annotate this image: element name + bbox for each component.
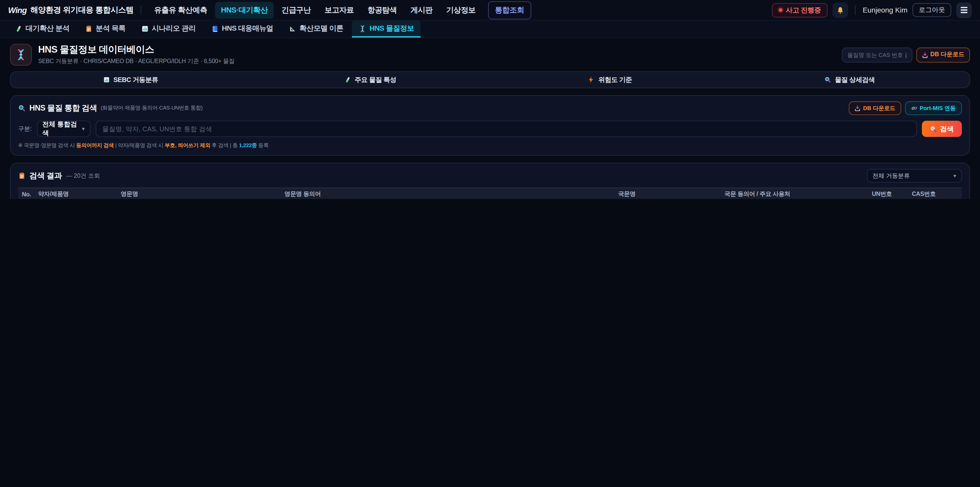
- page-header-actions: DB 다운로드: [842, 47, 970, 62]
- column-header-no: No.: [18, 188, 35, 199]
- download-icon: [854, 105, 861, 111]
- feature-label: 위험도 기준: [598, 75, 632, 84]
- nav-item-7[interactable]: 기상정보: [440, 2, 482, 18]
- behavior-filter-select[interactable]: 전체 거동분류 ▾: [867, 169, 962, 183]
- dna-icon: [15, 49, 27, 61]
- tab-label: HNS 대응매뉴얼: [222, 24, 273, 33]
- search-icon: [18, 104, 25, 112]
- tab-3[interactable]: 시나리오 관리: [134, 21, 202, 38]
- download-icon: [854, 105, 861, 111]
- search-type-select[interactable]: 전체 통합검색 ▾: [37, 121, 91, 137]
- tab-4[interactable]: HNS 대응매뉴얼: [204, 21, 280, 38]
- nav-item-5[interactable]: 항공탐색: [361, 2, 403, 18]
- link-icon: [911, 105, 917, 111]
- search-panel-subtitle: (화물약어·제품명·동의어·CAS·UN번호 통합): [101, 104, 203, 112]
- search-panel-actions: DB 다운로드 Port-MIS 연동: [849, 101, 962, 115]
- app-logo[interactable]: Wing 해양환경 위기대응 통합시스템: [8, 5, 134, 15]
- column-header-name: 영문명: [117, 188, 281, 199]
- notifications-button[interactable]: [833, 2, 848, 18]
- dna-icon: [10, 44, 32, 65]
- incident-status-badge[interactable]: 사고 진행중: [772, 3, 828, 17]
- dna-icon: [359, 25, 366, 32]
- nav-item-6[interactable]: 게시판: [404, 2, 439, 18]
- portmis-link-button[interactable]: Port-MIS 연동: [905, 101, 962, 115]
- page-subtitle: SEBC 거동분류 · CHRIS/CAMEO DB · AEGL/ERPG/I…: [38, 57, 234, 65]
- incident-label: 사고 진행중: [786, 5, 821, 15]
- clipboard-icon: [18, 172, 25, 179]
- tab-6[interactable]: HNS 물질정보: [352, 21, 421, 38]
- logout-button[interactable]: 로그아웃: [913, 3, 951, 17]
- ruler-icon: [289, 25, 296, 32]
- link-icon: [911, 105, 917, 111]
- clipboard-icon: [18, 172, 25, 179]
- column-header-cas: CAS번호: [908, 188, 962, 199]
- book-icon: [211, 25, 219, 32]
- portmis-label: Port-MIS 연동: [920, 104, 956, 112]
- behavior-filter-value: 전체 거동분류: [873, 172, 910, 180]
- table-header-row: No.약자/제품명영문명영문명 동의어국문명국문 동의어 / 주요 사용처UN번…: [18, 188, 962, 199]
- feature-item-4[interactable]: 물질 상세검색: [730, 75, 969, 84]
- tab-label: HNS 물질정보: [369, 24, 414, 33]
- nav-item-4[interactable]: 보고자료: [318, 2, 360, 18]
- column-header-use: 국문 동의어 / 주요 사용처: [721, 188, 868, 199]
- tab-label: 확산모델 이론: [300, 24, 344, 33]
- incident-dot-icon: [779, 8, 783, 12]
- tab-label: 시나리오 관리: [152, 24, 196, 33]
- hamburger-icon: [961, 6, 967, 13]
- top-navigation: Wing 해양환경 위기대응 통합시스템 유출유 확산예측HNS·대기확산긴급구…: [0, 0, 980, 21]
- download-icon: [921, 51, 928, 58]
- search-type-label: 구분:: [18, 125, 32, 133]
- tab-2[interactable]: 분석 목록: [78, 21, 132, 38]
- feature-item-2[interactable]: 주요 물질 특성: [250, 75, 490, 84]
- feature-label: SEBC 거동분류: [114, 75, 158, 84]
- flask-icon: [344, 77, 351, 83]
- db-download-button-2[interactable]: DB 다운로드: [849, 101, 901, 115]
- chart-icon: [141, 25, 148, 32]
- column-header-code: 약자/제품명: [35, 188, 117, 199]
- user-name: Eunjeong Kim: [863, 6, 907, 14]
- substances-table: No.약자/제품명영문명영문명 동의어국문명국문 동의어 / 주요 사용처UN번…: [18, 188, 962, 199]
- search-icon: [824, 77, 831, 83]
- search-type-value: 전체 통합검색: [42, 120, 77, 138]
- app-root: Wing 해양환경 위기대응 통합시스템 유출유 확산예측HNS·대기확산긴급구…: [0, 0, 980, 199]
- search-icon: [18, 104, 25, 112]
- cas-search-input[interactable]: [842, 47, 912, 62]
- feature-item-3[interactable]: 위험도 기준: [490, 75, 730, 84]
- nav-item-8[interactable]: 통합조회: [488, 1, 531, 19]
- feature-item-1[interactable]: SEBC 거동분류: [11, 75, 250, 84]
- page-header: HNS 물질정보 데이터베이스 SEBC 거동분류 · CHRIS/CAMEO …: [0, 38, 980, 70]
- search-panel-title: HNS 물질 통합 검색: [29, 103, 97, 113]
- db-download-button[interactable]: DB 다운로드: [916, 47, 970, 62]
- divider: [855, 5, 856, 15]
- chevron-down-icon: ▾: [82, 126, 85, 132]
- column-header-syn: 영문명 동의어: [281, 188, 614, 199]
- unified-search-input[interactable]: [95, 121, 917, 137]
- page-title: HNS 물질정보 데이터베이스: [38, 44, 234, 56]
- menu-button[interactable]: [956, 2, 972, 18]
- page-title-block: HNS 물질정보 데이터베이스 SEBC 거동분류 · CHRIS/CAMEO …: [38, 44, 234, 65]
- search-help-note: ※ 국문명·영문명 검색 시 동의어까지 검색 | 약자/제품명 검색 시 부호…: [18, 142, 962, 149]
- search-button[interactable]: 검색: [922, 121, 962, 137]
- tab-label: 분석 목록: [96, 24, 126, 33]
- tab-5[interactable]: 확산모델 이론: [282, 21, 350, 38]
- topnav-right: 사고 진행중 Eunjeong Kim 로그아웃: [772, 2, 972, 18]
- search-icon: [930, 125, 937, 132]
- divider: [140, 5, 141, 15]
- feature-label: 물질 상세검색: [835, 75, 875, 84]
- db-download-label: DB 다운로드: [863, 104, 895, 112]
- clipboard-icon: [85, 25, 92, 32]
- feature-label: 주요 물질 특성: [355, 75, 396, 84]
- tab-1[interactable]: 대기확산 분석: [8, 21, 76, 38]
- bell-icon: [837, 6, 845, 14]
- results-header: 검색 결과 — 20건 조회 전체 거동분류 ▾: [18, 169, 962, 183]
- main-menu: 유출유 확산예측HNS·대기확산긴급구난보고자료항공탐색게시판기상정보통합조회: [148, 1, 531, 19]
- system-title: 해양환경 위기대응 통합시스템: [30, 5, 134, 15]
- unified-search-panel: HNS 물질 통합 검색 (화물약어·제품명·동의어·CAS·UN번호 통합) …: [10, 95, 970, 156]
- download-icon: [921, 51, 928, 58]
- results-title: 검색 결과: [29, 170, 62, 181]
- results-panel: 검색 결과 — 20건 조회 전체 거동분류 ▾ No.약자/제품명영문명영문명…: [10, 163, 970, 199]
- nav-item-1[interactable]: 유출유 확산예측: [148, 2, 213, 18]
- nav-item-2[interactable]: HNS·대기확산: [215, 2, 274, 18]
- results-count: — 20건 조회: [66, 172, 100, 180]
- nav-item-3[interactable]: 긴급구난: [275, 2, 317, 18]
